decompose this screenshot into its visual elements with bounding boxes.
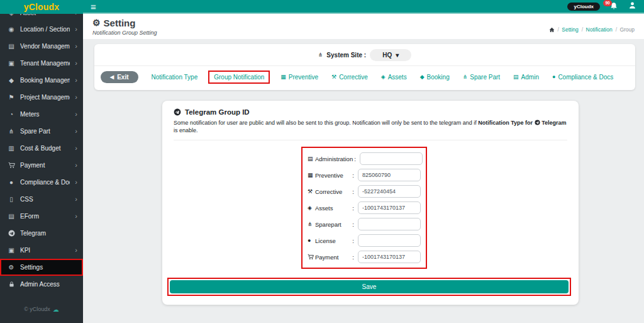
topbar: ≡ yCloudx 90: [83, 0, 644, 14]
cost-chart-icon: ▥: [8, 145, 15, 152]
group-id-input[interactable]: [360, 152, 423, 165]
notification-count-badge: 90: [603, 0, 612, 6]
form-row: Payment :: [308, 251, 421, 263]
css-file-icon: ▯: [8, 196, 15, 203]
chevron-right-icon: ›: [75, 247, 77, 254]
sidebar-item[interactable]: Payment ›: [0, 157, 83, 174]
page-header: ⚙ Setting Notification Group Setting / S…: [83, 14, 644, 39]
sidebar-item[interactable]: ▥ Cost & Budget ›: [0, 140, 83, 157]
tag-icon: ◈: [308, 205, 315, 211]
sidebar-footer: © yCloudx ☁: [0, 295, 83, 323]
payment-cart-icon: [308, 254, 315, 260]
chevron-right-icon: ›: [75, 128, 77, 135]
tab[interactable]: Group Notification: [208, 71, 270, 84]
breadcrumb-separator: /: [558, 26, 559, 33]
breadcrumb-separator: /: [616, 26, 617, 33]
user-pill[interactable]: yCloudx: [567, 3, 600, 11]
system-site-label: System Site :: [326, 52, 366, 59]
user-icon[interactable]: [628, 1, 636, 12]
topbar-right: yCloudx 90: [567, 1, 636, 12]
group-id-input[interactable]: [358, 169, 421, 181]
sidebar: yCloudx ◈ Asset › ◉ Location / Section ›…: [0, 0, 83, 323]
sidebar-item[interactable]: Admin Access ›: [0, 276, 83, 293]
chevron-right-icon: ›: [75, 94, 77, 101]
sidebar-item[interactable]: ▤ EForm ›: [0, 208, 83, 225]
vendor-id-card-icon: ▤: [8, 43, 15, 50]
cloud-icon: ☁: [53, 306, 59, 313]
chevron-right-icon: ›: [75, 213, 77, 220]
globe-icon: ◉: [8, 26, 15, 33]
sidebar-item[interactable]: Telegram ›: [0, 225, 83, 242]
exit-button[interactable]: ◀ Exit: [101, 71, 138, 83]
kpi-badge-icon: ▣: [8, 247, 15, 254]
page-subtitle: Notification Group Setting: [92, 30, 157, 36]
telegram-group-card: Telegram Group ID Some notification for …: [162, 101, 579, 305]
chevron-right-icon: ›: [75, 145, 77, 152]
system-site-dropdown[interactable]: HQ ▾: [370, 49, 411, 61]
sidebar-item[interactable]: ▤ Vendor Management ›: [0, 38, 83, 55]
app-root: yCloudx ◈ Asset › ◉ Location / Section ›…: [0, 0, 644, 323]
sitemap-icon: ⋔: [318, 52, 323, 58]
chevron-right-icon: ›: [75, 14, 77, 16]
group-id-input[interactable]: [358, 201, 421, 214]
compliance-circle-icon: ●: [8, 179, 15, 186]
card-divider: [174, 140, 567, 140]
brand-logo: yCloudx: [0, 0, 83, 14]
tab[interactable]: ⚒ Corrective: [331, 74, 368, 81]
save-button[interactable]: Save: [170, 280, 569, 293]
sidebar-item-partial[interactable]: ◈ Asset ›: [0, 14, 83, 21]
tab[interactable]: Notification Type: [152, 74, 198, 81]
group-id-input[interactable]: [358, 251, 421, 263]
tab[interactable]: ◈ Assets: [381, 74, 407, 81]
tab[interactable]: ▦ Preventive: [280, 74, 318, 81]
breadcrumb-item: / Notification: [580, 26, 613, 33]
breadcrumb: / Setting / Notification / Group: [549, 26, 635, 33]
system-site-row: ⋔ System Site : HQ ▾: [94, 44, 635, 65]
sidebar-item[interactable]: ▣ Tenant Management ›: [0, 55, 83, 72]
sidebar-item[interactable]: ⋔ Spare Part ›: [0, 123, 83, 140]
tab[interactable]: ⋔ Spare Part: [463, 74, 500, 81]
sidebar-item[interactable]: ◆ Booking Management ›: [0, 72, 83, 89]
form-row: ● License :: [308, 234, 421, 247]
settings-gear-icon: ⚙: [8, 264, 15, 271]
chevron-right-icon: ›: [75, 111, 77, 118]
card-title-row: Telegram Group ID: [174, 108, 567, 116]
tab[interactable]: ▤ Admin: [513, 74, 539, 81]
group-id-input[interactable]: [358, 185, 421, 198]
notifications-button[interactable]: 90: [609, 2, 619, 11]
breadcrumb-item: / Setting: [557, 26, 579, 33]
telegram-id-form: ▤ Administration : ▦ Preventive : ⚒ Corr…: [301, 147, 427, 269]
card-title: Telegram Group ID: [185, 108, 250, 116]
wrench-icon: ⚒: [308, 189, 315, 195]
sidebar-item[interactable]: ⚑ Project Management ›: [0, 89, 83, 106]
tab[interactable]: ◆ Booking: [420, 74, 450, 81]
sidebar-item[interactable]: ⚙ Settings ›: [0, 259, 83, 276]
caret-down-icon: ▾: [396, 52, 399, 59]
breadcrumb-separator: /: [582, 26, 583, 33]
sidebar-item[interactable]: ◉ Location / Section ›: [0, 21, 83, 38]
main-content: ⋔ System Site : HQ ▾ ◀ Exit Notification…: [83, 39, 644, 323]
card-description: Some notification for user are public an…: [174, 119, 567, 134]
sparepart-branch-icon: ⋔: [8, 128, 15, 135]
chevron-right-icon: ›: [75, 179, 77, 186]
hamburger-menu-icon[interactable]: ≡: [91, 2, 96, 11]
wrench-icon: ⚒: [331, 74, 336, 80]
tenant-building-icon: ▣: [8, 60, 15, 67]
group-id-input[interactable]: [358, 234, 421, 247]
branch-icon: ⋔: [463, 74, 468, 80]
form-row: ⋔ Sparepart :: [308, 218, 421, 230]
sidebar-item[interactable]: ▣ KPI ›: [0, 242, 83, 259]
group-id-input[interactable]: [358, 218, 421, 230]
page-title-block: ⚙ Setting Notification Group Setting: [92, 18, 157, 36]
eform-file-icon: ▤: [8, 213, 15, 220]
gear-icon: ⚙: [92, 18, 101, 27]
bookmark-icon: ◆: [420, 74, 425, 80]
sidebar-item[interactable]: ◔ Meters ›: [0, 106, 83, 123]
circle-icon: ●: [552, 74, 555, 80]
sidebar-item[interactable]: ▯ CSS ›: [0, 191, 83, 208]
tab[interactable]: ● Compliance & Docs: [552, 74, 613, 81]
telegram-icon: [8, 230, 15, 237]
form-row: ⚒ Corrective :: [308, 185, 421, 198]
home-icon[interactable]: [549, 27, 555, 33]
sidebar-item[interactable]: ● Compliance & Docs ›: [0, 174, 83, 191]
